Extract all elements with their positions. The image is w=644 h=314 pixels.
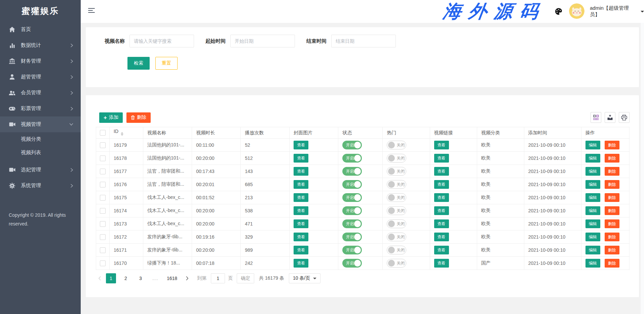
delete-row-button[interactable]: 删除 [605,246,619,254]
reset-button[interactable]: 重置 [155,57,178,70]
pagination-page-1618[interactable]: 1618 [165,273,179,283]
view-cover-button[interactable]: 查看 [294,233,308,241]
row-checkbox[interactable] [100,169,106,174]
hot-toggle[interactable]: 关闭 [387,141,406,149]
view-link-button[interactable]: 查看 [434,246,449,254]
sidebar-subitem-1[interactable]: 视频列表 [0,146,81,159]
add-button[interactable]: + 添加 [99,112,123,123]
row-checkbox[interactable] [100,208,106,214]
view-link-button[interactable]: 查看 [434,206,449,215]
delete-row-button[interactable]: 删除 [605,259,619,268]
admin-menu[interactable]: admin【超级管理员】 [590,0,644,23]
row-checkbox[interactable] [100,142,106,148]
confirm-page-button[interactable]: 确定 [237,273,254,283]
view-cover-button[interactable]: 查看 [294,154,308,163]
status-toggle[interactable]: 开启 [342,154,362,163]
end-date-input[interactable] [331,35,396,47]
row-checkbox[interactable] [100,234,106,240]
sidebar-item-home[interactable]: 首页 [0,22,81,37]
view-cover-button[interactable]: 查看 [294,259,308,268]
sidebar-toggle-icon[interactable] [88,8,95,14]
delete-row-button[interactable]: 删除 [605,219,619,228]
select-all-checkbox[interactable] [100,130,106,136]
status-toggle[interactable]: 开启 [342,259,362,268]
hot-toggle[interactable]: 关闭 [387,180,406,189]
print-button[interactable] [619,112,630,123]
hot-toggle[interactable]: 关闭 [387,259,406,268]
hot-toggle[interactable]: 关闭 [387,246,406,254]
status-toggle[interactable]: 开启 [342,180,362,189]
filter-columns-button[interactable] [591,112,601,123]
per-page-select[interactable]: 10 条/页 [289,273,320,283]
status-toggle[interactable]: 开启 [342,141,362,149]
view-link-button[interactable]: 查看 [434,219,449,228]
edit-button[interactable]: 编辑 [585,141,600,149]
avatar[interactable] [569,3,584,19]
view-link-button[interactable]: 查看 [434,180,449,189]
delete-row-button[interactable]: 删除 [605,206,619,215]
status-toggle[interactable]: 开启 [342,233,362,241]
sidebar-item-system[interactable]: 系统管理 [0,178,81,194]
status-toggle[interactable]: 开启 [342,246,362,254]
sort-icon[interactable] [121,131,123,137]
row-checkbox[interactable] [100,221,106,227]
edit-button[interactable]: 编辑 [585,206,600,215]
status-toggle[interactable]: 开启 [342,206,362,215]
view-cover-button[interactable]: 查看 [294,219,308,228]
view-link-button[interactable]: 查看 [434,193,449,202]
row-checkbox[interactable] [100,182,106,187]
edit-button[interactable]: 编辑 [585,219,600,228]
pagination-page-3[interactable]: 3 [136,273,146,283]
view-link-button[interactable]: 查看 [434,233,449,241]
delete-row-button[interactable]: 删除 [605,154,619,163]
start-date-input[interactable] [230,35,295,47]
hot-toggle[interactable]: 关闭 [387,154,406,163]
edit-button[interactable]: 编辑 [585,180,600,189]
row-checkbox[interactable] [100,260,106,266]
view-link-button[interactable]: 查看 [434,154,449,163]
delete-row-button[interactable]: 删除 [605,193,619,202]
delete-row-button[interactable]: 删除 [605,233,619,241]
view-link-button[interactable]: 查看 [434,167,449,176]
sidebar-item-stats[interactable]: 数据统计 [0,37,81,53]
pagination-page-2[interactable]: 2 [121,273,131,283]
view-link-button[interactable]: 查看 [434,141,449,149]
hot-toggle[interactable]: 关闭 [387,193,406,202]
row-checkbox[interactable] [100,247,106,253]
video-name-input[interactable] [129,35,194,47]
hot-toggle[interactable]: 关闭 [387,233,406,241]
status-toggle[interactable]: 开启 [342,193,362,202]
scrollbar[interactable] [641,0,644,314]
next-page-button[interactable] [184,273,191,283]
hot-toggle[interactable]: 关闭 [387,219,406,228]
delete-row-button[interactable]: 删除 [605,167,619,176]
view-cover-button[interactable]: 查看 [294,206,308,215]
view-cover-button[interactable]: 查看 [294,193,308,202]
edit-button[interactable]: 编辑 [585,246,600,254]
theme-palette-icon[interactable] [555,8,562,16]
sidebar-item-lottery[interactable]: 彩票管理 [0,101,81,116]
edit-button[interactable]: 编辑 [585,233,600,241]
sidebar-item-xuanfei[interactable]: 选妃管理 [0,162,81,178]
view-cover-button[interactable]: 查看 [294,180,308,189]
sidebar-item-members[interactable]: 会员管理 [0,85,81,101]
view-cover-button[interactable]: 查看 [294,167,308,176]
delete-row-button[interactable]: 删除 [605,180,619,189]
view-link-button[interactable]: 查看 [434,259,449,268]
row-checkbox[interactable] [100,155,106,161]
search-button[interactable]: 检索 [127,57,150,70]
batch-delete-button[interactable]: 删除 [126,112,151,123]
hot-toggle[interactable]: 关闭 [387,206,406,215]
col-id[interactable]: ID [110,127,143,139]
edit-button[interactable]: 编辑 [585,167,600,176]
status-toggle[interactable]: 开启 [342,219,362,228]
sidebar-item-video[interactable]: 视频管理 [0,116,81,132]
sidebar-item-finance[interactable]: 财务管理 [0,53,81,69]
pagination-page-1[interactable]: 1 [106,273,116,283]
sidebar-subitem-0[interactable]: 视频分类 [0,132,81,146]
status-toggle[interactable]: 开启 [342,167,362,176]
sidebar-item-superadmin[interactable]: 超管管理 [0,69,81,85]
view-cover-button[interactable]: 查看 [294,141,308,149]
goto-page-input[interactable] [211,273,225,283]
prev-page-button[interactable] [96,273,103,283]
